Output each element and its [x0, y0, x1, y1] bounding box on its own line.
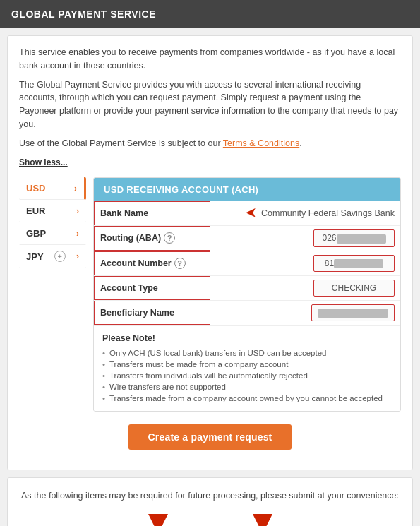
currency-eur-label: EUR: [26, 205, 45, 216]
beneficiary-name-label: Beneficiary Name: [94, 301, 210, 325]
note-item-5: Transfers made from a company account ow…: [102, 393, 392, 404]
description-para1: This service enables you to receive paym…: [19, 46, 401, 73]
currency-jpy-label: JPY: [26, 251, 44, 262]
account-number-label: Account Number ?: [94, 251, 210, 275]
routing-input-box: 026: [313, 229, 395, 246]
routing-label: Routing (ABA) ?: [94, 226, 210, 250]
note-item-3: Transfers from individuals will be autom…: [102, 370, 392, 381]
beneficiary-name-input-box: [311, 304, 395, 321]
currency-eur[interactable]: EUR ›: [19, 200, 86, 222]
note-title: Please Note!: [102, 333, 392, 343]
arrow-down-icon-left: [148, 514, 168, 526]
page-title: GLOBAL PAYMENT SERVICE: [11, 8, 156, 20]
routing-row: Routing (ABA) ? 026: [94, 226, 400, 251]
svg-marker-0: [148, 514, 168, 526]
currency-usd-label: USD: [26, 183, 45, 193]
please-note-section: Please Note! Only ACH (US local bank) tr…: [94, 325, 400, 411]
currency-jpy[interactable]: JPY + ›: [19, 245, 86, 268]
page-wrapper: GLOBAL PAYMENT SERVICE This service enab…: [0, 0, 420, 526]
account-type-label: Account Type: [94, 276, 210, 300]
chevron-right-icon: ›: [76, 206, 79, 216]
terms-suffix: .: [299, 138, 301, 148]
account-type-value: CHECKING: [210, 276, 400, 300]
description-block: This service enables you to receive paym…: [19, 46, 401, 150]
description-para2: The Global Payment Service provides you …: [19, 78, 401, 131]
terms-link[interactable]: Terms & Conditions: [223, 138, 299, 148]
beneficiary-name-row: Beneficiary Name: [94, 301, 400, 325]
bank-name-value: ➤ Community Federal Savings Bank: [210, 201, 400, 225]
account-type-row: Account Type CHECKING: [94, 276, 400, 301]
arrow-right-icon: ➤: [245, 205, 257, 222]
account-number-input-box: 81: [313, 255, 395, 272]
btn-area: Create a payment request: [19, 412, 401, 460]
terms-prefix: Use of the Global Payment Service is sub…: [19, 138, 223, 148]
currency-gbp[interactable]: GBP ›: [19, 222, 86, 245]
note-item-2: Transfers must be made from a company ac…: [102, 359, 392, 370]
chevron-right-icon: ›: [74, 184, 77, 193]
account-panel-header: USD RECEIVING ACCOUNT (ACH): [94, 178, 400, 201]
note-list: Only ACH (US local bank) transfers in US…: [102, 347, 392, 404]
svg-marker-1: [253, 514, 272, 526]
blurred-beneficiary: [318, 309, 388, 318]
chevron-right-icon: ›: [76, 229, 79, 239]
help-icon-acct[interactable]: ?: [174, 258, 186, 269]
currency-usd[interactable]: USD ›: [19, 177, 86, 200]
main-card: This service enables you to receive paym…: [7, 35, 413, 470]
arrows-row: [19, 514, 401, 526]
page-header: GLOBAL PAYMENT SERVICE: [0, 0, 420, 28]
plus-icon: +: [54, 251, 66, 262]
arrow-proof: [148, 514, 168, 526]
help-icon[interactable]: ?: [164, 232, 175, 244]
account-number-value: 81: [210, 251, 400, 275]
currency-gbp-label: GBP: [26, 228, 46, 239]
routing-value: 026: [210, 226, 400, 250]
content-area: USD › EUR › GBP › JPY + › U: [19, 177, 401, 412]
description-para3: Use of the Global Payment Service is sub…: [19, 137, 401, 150]
create-payment-button[interactable]: Create a payment request: [128, 424, 292, 450]
currency-sidebar: USD › EUR › GBP › JPY + ›: [19, 177, 86, 412]
show-less-link[interactable]: Show less...: [19, 157, 68, 167]
arrow-down-icon-right: [253, 514, 272, 526]
beneficiary-name-value: [210, 301, 400, 325]
arrow-questionnaire: [253, 514, 272, 526]
account-panel: USD RECEIVING ACCOUNT (ACH) Bank Name ➤ …: [93, 177, 401, 412]
bank-name-label: Bank Name: [94, 201, 210, 225]
chevron-right-icon: ›: [76, 251, 79, 261]
note-item-1: Only ACH (US local bank) transfers in US…: [102, 347, 392, 359]
account-number-row: Account Number ? 81: [94, 251, 400, 276]
blurred-routing: [337, 234, 386, 244]
bottom-card-text: As the following items may be required f…: [19, 489, 401, 503]
blurred-account: [334, 259, 383, 268]
account-type-input-box: CHECKING: [313, 280, 395, 297]
note-item-4: Wire transfers are not supported: [102, 381, 392, 393]
bank-name-row: Bank Name ➤ Community Federal Savings Ba…: [94, 201, 400, 226]
bottom-card: As the following items may be required f…: [7, 477, 413, 526]
